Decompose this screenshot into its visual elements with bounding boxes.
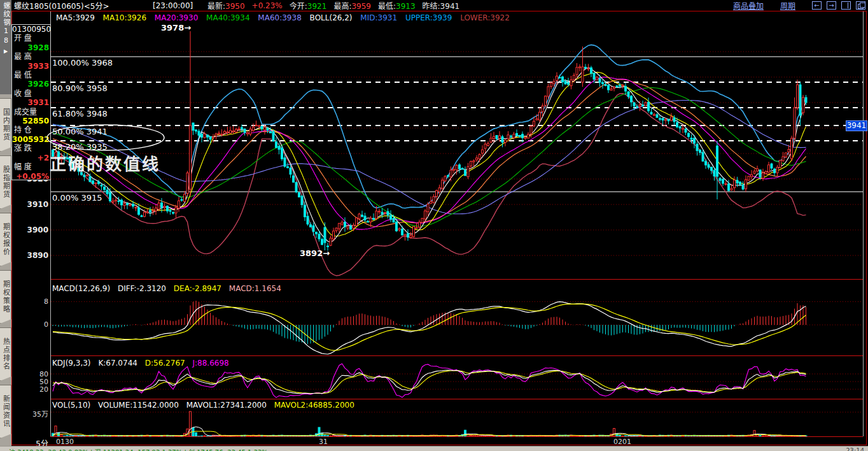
vol-value: VOLUME:11542.0000 xyxy=(98,401,179,410)
volume-ma-lines xyxy=(53,427,806,436)
x-axis-label: 0201 xyxy=(613,438,631,446)
cascade-windows-icon[interactable] xyxy=(856,1,865,10)
overlay-contract-link[interactable]: 商品叠加 xyxy=(733,0,764,11)
quote-prev-settle: 昨结:3941 xyxy=(423,0,460,11)
ma-boll-header: MA5:3929 MA10:3926 MA20:3930 MA40:3934 M… xyxy=(56,13,515,22)
ma10-value: MA10:3926 xyxy=(103,13,146,22)
macd-lines xyxy=(53,302,806,354)
x-axis-label: 0130 xyxy=(56,438,74,446)
kdj-lines xyxy=(53,364,806,397)
macd-scale-0: 0 xyxy=(33,320,48,329)
back-arrow-icon[interactable]: ← xyxy=(812,1,822,10)
quote-low: 最低:3913 xyxy=(378,0,416,11)
bar-change-pct: +0.05% xyxy=(12,172,50,181)
sidebar-tab-option-strategy[interactable]: 期权策略 xyxy=(0,270,11,324)
y-axis-label: 3890 xyxy=(19,251,48,260)
bar-info-panel: 01300950 开 盘 3928 最 高 3933 最 低 3926 收 盘 … xyxy=(11,24,51,180)
bar-close: 3931 xyxy=(12,98,50,107)
kdj-scale-20: 20 xyxy=(33,385,48,394)
boll-mid-value: MID:3931 xyxy=(360,13,397,22)
active-tab-arrow-icon: ▶ xyxy=(4,48,8,54)
kdj-j-value: J:88.6698 xyxy=(192,359,228,368)
bar-volume: 52850 xyxy=(12,117,50,125)
quote-last: 最新:3950 xyxy=(207,0,245,11)
fib-label-4: 38.20% 3935 xyxy=(52,142,108,152)
vol-header: VOL(5,10) VOLUME:11542.0000 MAVOL1:27341… xyxy=(52,401,360,410)
bar-high: 3933 xyxy=(12,62,50,71)
contract-title: 螺纹1805(010605)<5分> xyxy=(14,0,153,11)
bar-low: 3926 xyxy=(12,80,50,89)
taskbar-clock: 23:14 xyxy=(846,447,864,451)
sidebar-tab-index-futures[interactable]: 股指期货 xyxy=(0,155,11,209)
server-clock: [23:00:00] xyxy=(153,1,207,10)
title-bar: 螺纹1805(010605)<5分> [23:00:00] 最新:3950 +0… xyxy=(11,0,868,11)
chart-canvas[interactable] xyxy=(0,0,868,451)
macd-header: MACD(12,26,9) DIFF:-2.3120 DEA:-2.8947 M… xyxy=(52,284,286,293)
y-axis-label: 3910 xyxy=(19,200,48,209)
period-link[interactable]: 周期 xyxy=(780,0,795,11)
quote-high: 最高:3959 xyxy=(333,0,371,11)
ma60-value: MA60:3938 xyxy=(258,13,301,22)
app-window: 螺纹1805(010605)<5分> [23:00:00] 最新:3950 +0… xyxy=(0,0,868,451)
ma20-value: MA20:3930 xyxy=(155,13,198,22)
sidebar-tab-news[interactable]: 新闻资讯 xyxy=(0,385,11,438)
ma40-value: MA40:3934 xyxy=(206,13,249,22)
user-drawn-text-annotation: 正确的数值线 xyxy=(50,151,160,175)
kdj-k-value: K:67.0744 xyxy=(98,359,137,368)
kdj-grid xyxy=(51,374,863,389)
macd-diff-value: DIFF:-2.3120 xyxy=(118,284,166,293)
macd-params: MACD(12,26,9) xyxy=(52,284,110,293)
vol-params: VOL(5,10) xyxy=(52,401,90,410)
quote-change-pct: +0.23% xyxy=(252,1,283,10)
settlement-price-tag: 3941 xyxy=(846,120,867,131)
mavol2-value: MAVOL2:46885.2000 xyxy=(274,401,354,410)
bar-change: +2 xyxy=(12,154,50,162)
kdj-d-value: D:56.2767 xyxy=(145,359,185,368)
session-high-annotation: 3978→ xyxy=(161,23,191,32)
ma-lines xyxy=(53,68,806,242)
boll-lines xyxy=(53,45,806,275)
fib-label-3: 50.00% 3941 xyxy=(52,127,108,136)
sidebar-tab-option-quotes[interactable]: 期权报价 xyxy=(0,213,11,266)
sidebar-tab-domestic-futures[interactable]: 国内期货 xyxy=(0,98,11,152)
quote-open: 今开:3921 xyxy=(290,0,327,11)
vol-scale-label: 35万 xyxy=(24,408,48,419)
forward-arrow-icon[interactable]: → xyxy=(827,1,836,10)
split-window-icon[interactable] xyxy=(841,1,851,10)
macd-bar-value: MACD:1.1654 xyxy=(229,284,281,293)
macd-scale-8: 8 xyxy=(33,297,48,306)
sidebar: 螺纹钢18 ▶ 国内期货 股指期货 期权报价 期权策略 热点排名 新闻资讯 xyxy=(0,0,11,446)
bottom-task-bar: 沪 3418.33 -28.43 0.82% | 深 11381.24 -157… xyxy=(0,446,868,451)
mavol1-value: MAVOL1:27341.2000 xyxy=(186,401,267,410)
sidebar-active-tab[interactable]: 螺纹钢18 ▶ xyxy=(0,0,11,94)
macd-dea-value: DEA:-2.8947 xyxy=(174,284,221,293)
active-tab-label: 螺纹钢18 xyxy=(1,2,11,46)
fib-label-1: 80.90% 3958 xyxy=(52,83,108,93)
y-axis-label: 3900 xyxy=(19,226,48,234)
index-ticker-clipped: 沪 3418.33 -28.43 0.82% | 深 11381.24 -157… xyxy=(9,447,268,451)
boll-upper-value: UPPER:3939 xyxy=(405,13,452,22)
fib-label-2: 61.80% 3948 xyxy=(52,109,108,118)
volume-bars xyxy=(52,412,808,436)
macd-histogram xyxy=(53,301,806,344)
kdj-params: KDJ(9,3,3) xyxy=(52,359,91,368)
bar-open-interest: 3005932 xyxy=(12,135,50,144)
bar-open: 3928 xyxy=(12,43,50,52)
fib-label-5: 0.00% 3915 xyxy=(52,193,102,203)
fib-label-0: 100.00% 3968 xyxy=(52,58,113,68)
boll-params: BOLL(26,2) xyxy=(310,13,353,22)
sidebar-tab-hot-ranking[interactable]: 热点排名 xyxy=(0,327,11,381)
panel-separators xyxy=(50,11,864,437)
candles xyxy=(52,31,808,251)
ma5-value: MA5:3929 xyxy=(56,13,95,22)
boll-lower-value: LOWER:3922 xyxy=(460,13,510,22)
x-axis-label: 31 xyxy=(319,438,328,446)
kdj-header: KDJ(9,3,3) K:67.0744 D:56.2767 J:88.6698 xyxy=(52,359,234,368)
bar-datetime: 01300950 xyxy=(12,25,50,34)
session-low-annotation: 3892→ xyxy=(300,248,330,258)
